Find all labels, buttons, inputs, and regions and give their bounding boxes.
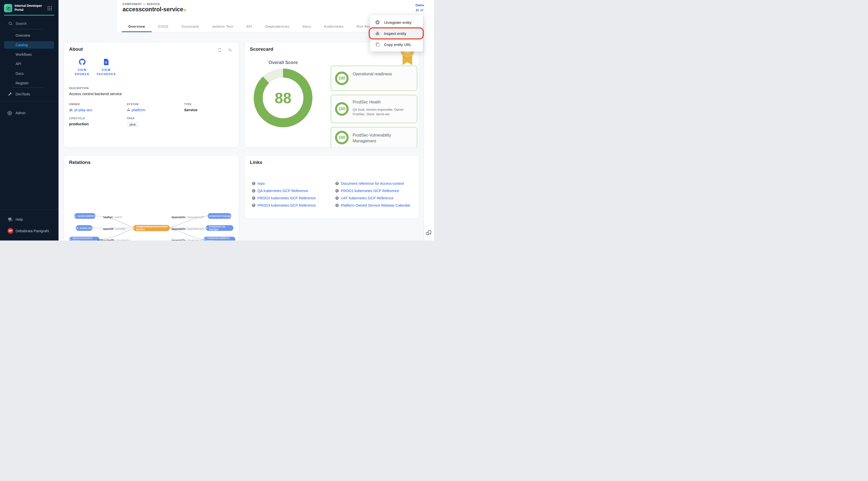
edge-label-ownerof: ownerOf / ownedBy — [100, 228, 128, 231]
tab-cicd[interactable]: CI/CD — [152, 21, 175, 32]
globe-icon — [335, 196, 339, 200]
sidebar-divider — [0, 101, 59, 101]
link-repo[interactable]: repo — [252, 180, 335, 187]
system-field: SYSTEM platform — [127, 103, 145, 112]
sidebar-item-workflows[interactable]: Workflows — [0, 51, 59, 58]
sidebar-item-catalog[interactable]: Catalog — [4, 41, 54, 49]
search-underline — [12, 29, 44, 29]
tab-kubernetes[interactable]: Kubernetes — [318, 21, 350, 32]
edge-label-apiprovidedby: apiProvidedBy / providesApi — [96, 239, 131, 241]
tab-docs[interactable]: Docs — [296, 21, 318, 32]
globe-icon — [335, 203, 339, 207]
entity-context-menu: Unregister entity Inspect entity Copy en… — [370, 15, 423, 52]
entity-tabs: Overview CI/CD Scorecard Jenkins Test AP… — [122, 21, 387, 32]
relations-card: Relations system:platform pl-play-acc — [64, 156, 239, 241]
sidebar-item-api[interactable]: API — [0, 61, 59, 67]
view-techdocs-link[interactable]: VIEW TECHDOCS — [91, 59, 121, 76]
tag-chip[interactable]: java — [127, 121, 138, 128]
links-title: Links — [250, 160, 262, 165]
sliders-logo-icon — [5, 5, 11, 11]
techdocs-icon — [103, 59, 109, 65]
link-prod1-k8s[interactable]: PROD1 kubernetes GCP Reference — [335, 187, 419, 194]
breadcrumb: COMPONENT — SERVICE — [123, 2, 160, 5]
tab-jenkins-test[interactable]: Jenkins Test — [206, 21, 240, 32]
sidebar-item-register[interactable]: Register — [0, 80, 59, 86]
about-system-link[interactable]: platform — [127, 108, 145, 112]
about-owner-link[interactable]: pl-play-acc — [69, 108, 93, 112]
relation-node-pl-play-acc[interactable]: pl-play-acc — [76, 225, 92, 231]
sidebar-item-devtools[interactable]: DevTools — [0, 91, 59, 97]
relation-node-component-manager[interactable]: component:manager — [208, 213, 231, 219]
apps-grid-icon[interactable] — [47, 6, 52, 11]
app-title: Internal Developer Portal — [14, 4, 42, 12]
refresh-icon — [217, 47, 222, 53]
sidebar-item-help[interactable]: ? Help — [0, 216, 59, 223]
link-doc-reference[interactable]: Document reference for Access-control — [335, 180, 419, 187]
refresh-button[interactable] — [217, 47, 222, 54]
about-card: About ✎ VIEW SOURCE — [64, 42, 239, 147]
scorecard-title: Scorecard — [250, 46, 273, 52]
links-grid: repo Document reference for Access-contr… — [252, 180, 419, 209]
app-logo[interactable] — [4, 4, 12, 12]
menu-item-copy-entity-url[interactable]: Copy entity URL — [370, 39, 423, 50]
circle-x-icon — [375, 20, 380, 25]
menu-item-inspect-entity[interactable]: Inspect entity — [370, 28, 423, 39]
page-title: accesscontrol-service — [123, 6, 183, 13]
sidebar-search[interactable]: Search — [8, 21, 27, 26]
sidebar-item-admin[interactable]: Admin — [0, 110, 59, 116]
link-release-calendar[interactable]: Platform Owned Service Release Calendar — [335, 201, 419, 209]
scorecard-item-operational-readiness[interactable]: 100 Operational readiness — [331, 66, 417, 91]
relation-node-component-accesscontrol-service[interactable]: component:accesscontrol-service — [133, 225, 170, 231]
owner-field: OWNER pl-play-acc — [69, 103, 93, 112]
edge-label-dependson-2: dependsOn / dependencyOf — [172, 228, 203, 231]
score-ring: 100 — [335, 131, 349, 145]
tab-dependencies[interactable]: Dependencies — [259, 21, 296, 32]
bug-icon — [375, 31, 380, 36]
relation-node-system-platform[interactable]: system:platform — [74, 213, 95, 219]
relation-node-component-ng-manager[interactable]: component:ng-manager — [206, 225, 233, 231]
group-icon — [415, 8, 419, 11]
feedback-chat-button[interactable] — [424, 226, 434, 240]
link-prod2-k8s[interactable]: PROD2 kubernetes GCP Reference — [252, 194, 335, 201]
sidebar-item-docs[interactable]: Docs — [0, 70, 59, 77]
globe-icon — [252, 203, 255, 207]
pencil-icon: ✎ — [228, 48, 232, 53]
relation-node-api-accesscontrol-service[interactable]: api:accesscontrol-service — [69, 237, 99, 241]
menu-item-unregister-entity[interactable]: Unregister entity — [370, 17, 423, 28]
favorite-star-icon[interactable]: ★ — [183, 7, 187, 13]
link-qa-k8s[interactable]: QA kubernetes GCP Reference — [252, 187, 335, 194]
help-chat-icon: ? — [8, 217, 12, 222]
link-prod3-k8s[interactable]: PROD3 kubernetes GCP Reference — [252, 201, 335, 209]
scorecard-item-prodsec-vulnerability[interactable]: 100 ProdSec-Vulnerability Management — [331, 127, 417, 147]
edit-button[interactable]: ✎ — [227, 47, 233, 54]
scorecard-card: Scorecard Tier Overall Score 88 100 Oper… — [245, 42, 419, 147]
svg-text:?: ? — [9, 218, 10, 220]
right-rail — [424, 0, 434, 241]
chip-icon — [206, 227, 208, 229]
chip-icon — [133, 227, 135, 229]
overall-score-value: 88 — [275, 89, 291, 107]
overall-score-donut: 88 — [254, 68, 312, 127]
chip-icon — [204, 238, 206, 241]
sidebar-item-overview[interactable]: Overview — [0, 32, 59, 39]
description-field: DESCRIPTION Access control backend servi… — [69, 87, 122, 96]
copy-icon — [375, 42, 380, 47]
chat-bubbles-icon — [425, 229, 433, 236]
tab-api[interactable]: API — [240, 21, 259, 32]
score-ring: 100 — [335, 102, 349, 116]
lifecycle-field: LIFECYCLE production — [69, 117, 89, 126]
user-avatar[interactable]: DP — [7, 228, 13, 234]
description-value: Access control backend service — [69, 92, 122, 96]
about-title: About — [69, 46, 83, 52]
relation-node-component-platform-service[interactable]: component:platform-service — [204, 237, 235, 241]
edge-label-dependson-1: dependsOn / dependencyOf — [172, 216, 203, 219]
scorecard-item-prodsec-health[interactable]: 100 ProdSec Health Q4 Goal, mission impo… — [331, 95, 417, 123]
globe-icon — [252, 182, 255, 185]
link-uat-k8s[interactable]: UAT kubernetes GCP Reference — [335, 194, 419, 201]
system-icon — [127, 108, 130, 111]
user-name[interactable]: Debabrata Panigrahi — [16, 228, 49, 233]
lifecycle-value: production — [69, 122, 89, 126]
tab-scorecard[interactable]: Scorecard — [175, 21, 206, 32]
edge-label-dependson-3: dependsOn / dependencyOf — [172, 239, 203, 241]
tab-overview[interactable]: Overview — [122, 21, 152, 32]
